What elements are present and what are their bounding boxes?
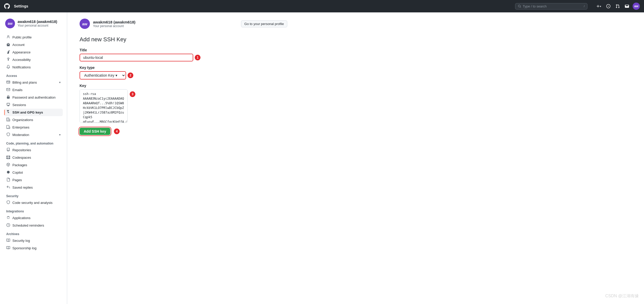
sidebar-label: Sponsorship log [12,246,36,250]
sidebar-item-applications[interactable]: Applications [4,214,63,222]
step-1-badge: 1 [195,55,200,60]
pages-icon [6,178,10,182]
integrations-section-label: Integrations [4,206,63,214]
key-type-select-wrapper: Authentication Key ▾ Signing Key 2 [80,71,287,79]
add-ssh-key-button[interactable]: Add SSH key [80,128,110,135]
accessibility-icon [6,58,10,62]
sidebar-item-scheduled-reminders[interactable]: Scheduled reminders [4,222,63,229]
sidebar-label: Organizations [12,118,33,122]
sidebar-label: Public profile [12,35,32,39]
sidebar-label: Repositories [12,148,31,152]
sidebar-item-codespaces[interactable]: Codespaces [4,154,63,161]
sidebar-label: Billing and plans [12,81,37,84]
sidebar-item-moderation[interactable]: Moderation ▾ [4,131,63,139]
expand-icon: ▾ [59,81,61,84]
sidebar-item-copilot[interactable]: Copilot [4,169,63,176]
title-label: Title [80,48,287,52]
repo-icon [6,148,10,152]
new-item-button[interactable]: ▾ [595,3,603,9]
key-icon [6,110,10,115]
page-title: Add new SSH Key [80,36,287,43]
github-logo[interactable] [4,3,10,9]
sidebar-item-public-profile[interactable]: Public profile [4,34,63,41]
sidebar-item-packages[interactable]: Packages [4,161,63,169]
key-type-label: Key type [80,66,287,70]
search-box[interactable]: / [515,3,587,10]
sidebar-label: Moderation [12,133,29,137]
codespace-icon [6,155,10,160]
sidebar-subtitle: Your personal account [18,24,57,27]
profile-username: awakm618 (awakm618) [93,20,135,24]
code-section-label: Code, planning, and automation [4,139,63,146]
sidebar-label: Security log [12,239,30,243]
device-icon [6,103,10,107]
creditcard-icon [6,80,10,85]
main-content: aw awakm618 (awakm618) Your personal acc… [67,12,300,304]
expand-icon-2: ▾ [59,133,61,137]
search-input[interactable] [523,4,582,8]
sidebar-label: Emails [12,88,22,92]
submit-wrapper: Add SSH key 4 [80,128,287,135]
sidebar-item-enterprises[interactable]: Enterprises [4,124,63,131]
sidebar-label: SSH and GPG keys [12,110,43,114]
key-textarea-wrapper: ssh-rsa AAAAB3NzaC1yc2EAAAADAQABAAARmQf.… [80,89,128,124]
package-icon [6,163,10,167]
shield-icon [6,133,10,137]
key-type-form-group: Key type Authentication Key ▾ Signing Ke… [80,66,287,79]
gear-icon [6,43,10,47]
sidebar-item-security-log[interactable]: Security log [4,237,63,244]
profile-header-left: aw awakm618 (awakm618) Your personal acc… [80,19,135,29]
dropdown-chevron-icon: ▾ [600,5,601,8]
clock-icon [6,223,10,228]
enterprise-icon [6,125,10,130]
sidebar-label: Sessions [12,103,26,107]
sidebar-item-password-auth[interactable]: Password and authentication [4,94,63,101]
key-type-select[interactable]: Authentication Key ▾ Signing Key [80,71,126,79]
sidebar-item-emails[interactable]: Emails [4,86,63,94]
lock-icon [6,95,10,100]
issues-button[interactable] [605,3,612,9]
go-profile-button[interactable]: Go to your personal profile [241,20,287,27]
sidebar-item-billing[interactable]: Billing and plans ▾ [4,79,63,86]
sidebar-item-appearance[interactable]: Appearance [4,49,63,56]
sidebar-label: Saved replies [12,186,33,189]
step-2-badge: 2 [128,73,133,78]
title-form-group: Title 1 [80,48,287,61]
mail-icon [6,88,10,92]
sidebar-item-organizations[interactable]: Organizations [4,116,63,124]
sidebar-nav: Public profile Account Appearance Access… [4,34,63,252]
sidebar-item-saved-replies[interactable]: Saved replies [4,184,63,191]
sidebar-label: Code security and analysis [12,201,52,205]
sidebar-item-sessions[interactable]: Sessions [4,101,63,109]
sidebar-item-account[interactable]: Account [4,41,63,49]
profile-header: aw awakm618 (awakm618) Your personal acc… [80,19,287,29]
pull-requests-button[interactable] [614,3,621,9]
sidebar-label: Accessibility [12,58,31,62]
sidebar-label: Copilot [12,171,23,174]
person-icon [6,35,10,39]
org-icon [6,118,10,122]
sidebar-label: Notifications [12,65,31,69]
paintbrush-icon [6,50,10,54]
key-textarea[interactable]: ssh-rsa AAAAB3NzaC1yc2EAAAADAQABAAARmQf.… [80,89,128,123]
user-info: aw awakm618 (awakm618) Your personal acc… [4,19,63,28]
step-3-badge: 3 [130,91,135,97]
inbox-button[interactable] [623,3,631,9]
reply-icon [6,185,10,190]
sidebar-item-ssh-gpg[interactable]: SSH and GPG keys [4,109,63,116]
page-container: aw awakm618 (awakm618) Your personal acc… [0,12,644,304]
sidebar-avatar: aw [5,19,15,28]
sidebar-label: Appearance [12,50,30,54]
sidebar-item-pages[interactable]: Pages [4,176,63,184]
sidebar-item-notifications[interactable]: Notifications [4,63,63,71]
sponsorship-icon [6,246,10,250]
title-input[interactable] [80,54,193,61]
topnav: Settings / ▾ aw [0,0,644,12]
sidebar-item-sponsorship-log[interactable]: Sponsorship log [4,244,63,252]
sidebar-item-accessibility[interactable]: Accessibility [4,56,63,63]
sidebar-item-code-security[interactable]: Code security and analysis [4,199,63,206]
sidebar: aw awakm618 (awakm618) Your personal acc… [0,12,67,304]
sidebar-item-repositories[interactable]: Repositories [4,146,63,154]
user-avatar-nav[interactable]: aw [633,3,640,10]
sidebar-label: Packages [12,163,27,167]
